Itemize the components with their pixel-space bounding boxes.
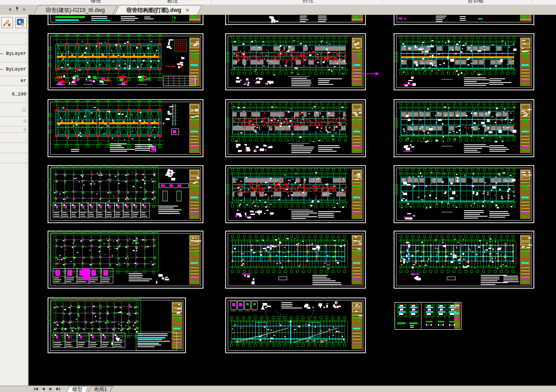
drawing-sheet-b2[interactable] bbox=[225, 99, 366, 157]
ribbon-separator bbox=[532, 0, 532, 5]
drawing-sheet-e2[interactable] bbox=[225, 297, 366, 353]
drawing-sheet-d3[interactable] bbox=[394, 231, 534, 289]
ribbon-separator bbox=[382, 0, 383, 5]
chevron-down-icon[interactable]: ▼ bbox=[8, 8, 12, 12]
ribbon-separator bbox=[211, 0, 211, 5]
drawing-sheet-e1[interactable] bbox=[48, 297, 186, 353]
ribbon-panel-annotate: 标注 bbox=[167, 0, 178, 5]
doc-tab-label: 宿舍结构图(打图).dwg bbox=[126, 6, 181, 14]
property-value: — ByLayer bbox=[0, 66, 26, 72]
ribbon-separator bbox=[138, 0, 138, 5]
property-row[interactable]: 义 bbox=[0, 103, 28, 117]
ribbon-panel-properties: 特性 bbox=[303, 0, 314, 5]
property-value: er bbox=[20, 78, 26, 83]
drawing-sheet-c1[interactable] bbox=[48, 165, 203, 223]
drawing-sheet-d1[interactable] bbox=[48, 231, 203, 289]
close-icon[interactable]: ✕ bbox=[22, 8, 26, 12]
drawing-sheet-t2[interactable] bbox=[225, 15, 366, 25]
property-row[interactable] bbox=[0, 133, 28, 143]
tab-close-icon[interactable]: ✕ bbox=[185, 7, 190, 13]
property-row[interactable] bbox=[0, 33, 28, 45]
drawing-sheet-b3[interactable] bbox=[394, 99, 534, 157]
autocad-window: 修改 标注 特性 剪切板 ▼ ✕ 宿舍(建筑)-0219_t6.dwg 宿舍结构… bbox=[0, 0, 556, 392]
property-row[interactable]: 9 bbox=[0, 126, 28, 133]
property-row[interactable] bbox=[0, 30, 28, 33]
document-tab-bar: ▼ ✕ 宿舍(建筑)-0219_t6.dwg 宿舍结构图(打图).dwg ✕ bbox=[0, 5, 556, 15]
property-row[interactable] bbox=[0, 153, 28, 163]
drawing-sheet-c2[interactable] bbox=[225, 165, 366, 223]
first-layout-button[interactable] bbox=[33, 386, 39, 392]
drawing-sheet-a3[interactable] bbox=[394, 33, 534, 90]
status-bar: 模型 布局1 bbox=[0, 386, 556, 392]
ribbon-panel-modify: 修改 bbox=[90, 0, 102, 5]
tab-model[interactable]: 模型 bbox=[66, 386, 89, 392]
tab-layout1[interactable]: 布局1 bbox=[88, 386, 113, 392]
property-value: 9 bbox=[24, 127, 26, 132]
property-row[interactable]: — ByLayer bbox=[0, 45, 28, 62]
drawing-sheet-b1[interactable] bbox=[48, 99, 203, 157]
drawing-sheet-e3[interactable] bbox=[395, 302, 461, 330]
edit-attributes-button[interactable] bbox=[1, 17, 13, 28]
properties-palette: — ByLayer— ByLayerer0_100义09 bbox=[0, 15, 29, 386]
quick-select-icon bbox=[17, 18, 25, 27]
palette-titlebar-controls: ▼ ✕ bbox=[0, 5, 30, 15]
property-row[interactable]: — ByLayer bbox=[0, 62, 28, 76]
property-rows: — ByLayer— ByLayerer0_100义09 bbox=[0, 30, 28, 163]
property-row[interactable] bbox=[0, 143, 28, 153]
drawing-sheet-a2[interactable] bbox=[225, 33, 366, 90]
property-value: 0 bbox=[24, 119, 26, 124]
drawing-sheet-t3[interactable] bbox=[394, 15, 534, 25]
property-value: 0_100 bbox=[12, 91, 26, 97]
last-layout-button[interactable] bbox=[55, 386, 61, 392]
prev-layout-button[interactable] bbox=[41, 386, 46, 392]
next-layout-button[interactable] bbox=[48, 386, 54, 392]
drawing-sheet-d2[interactable] bbox=[225, 231, 366, 289]
model-space-canvas[interactable] bbox=[29, 15, 556, 386]
doc-tab-label: 宿舍(建筑)-0219_t6.dwg bbox=[46, 6, 105, 14]
drawing-sheet-c3[interactable] bbox=[394, 165, 534, 223]
property-value: — ByLayer bbox=[0, 51, 26, 56]
doc-tab-suse-jiegou[interactable]: 宿舍结构图(打图).dwg ✕ bbox=[114, 5, 202, 15]
drawing-sheet-t1[interactable] bbox=[48, 15, 203, 25]
property-value: 义 bbox=[22, 107, 27, 113]
doc-tab-suse-jianzhu[interactable]: 宿舍(建筑)-0219_t6.dwg bbox=[34, 5, 117, 15]
drawing-sheet-a1[interactable] bbox=[48, 33, 203, 90]
ribbon-panel-clipboard: 剪切板 bbox=[467, 0, 484, 5]
pin-icon[interactable] bbox=[15, 7, 19, 12]
property-row[interactable]: 0_100 bbox=[0, 86, 28, 103]
property-row[interactable]: er bbox=[0, 76, 28, 86]
property-row[interactable]: 0 bbox=[0, 117, 28, 126]
quick-select-button[interactable] bbox=[15, 17, 27, 28]
pencil-edit-icon bbox=[3, 18, 12, 27]
